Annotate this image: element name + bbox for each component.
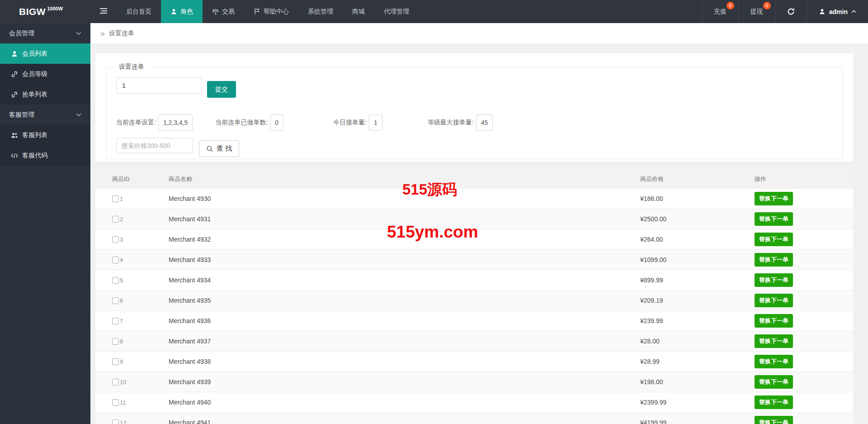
replace-next-order-button[interactable]: 替换下一单	[755, 294, 793, 307]
replace-next-order-button[interactable]: 替换下一单	[755, 212, 793, 226]
row-checkbox[interactable]	[112, 318, 119, 324]
goods-table-panel: 商品ID商品名称商品价格操作 1Merchant 4930¥188.00替换下一…	[95, 170, 853, 424]
row-checkbox[interactable]	[112, 419, 119, 424]
logo: BIGW 1000W	[0, 0, 90, 23]
users-icon	[11, 132, 18, 139]
navbar-right: 充值 0 提现 0 admin	[702, 0, 868, 23]
nav-item-role[interactable]: 角色	[161, 0, 203, 23]
sidebar-group-member-manage[interactable]: 会员管理	[0, 23, 90, 43]
recharge-button[interactable]: 充值 0	[702, 0, 738, 23]
nav-item-mall[interactable]: 商城	[343, 0, 374, 23]
nav-item-label: 系统管理	[308, 8, 333, 16]
replace-next-order-button[interactable]: 替换下一单	[755, 355, 793, 368]
action-cell: 替换下一单	[755, 413, 853, 424]
nav-menu: 后台首页角色交易帮助中心系统管理商城代理管理	[117, 0, 419, 23]
price-search-input[interactable]	[116, 138, 193, 153]
goods-price: ¥188.00	[640, 189, 755, 209]
row-checkbox[interactable]	[112, 338, 119, 345]
chain-input-row: 提交	[116, 77, 842, 98]
nav-item-label: 角色	[180, 8, 193, 16]
goods-id-cell: 2	[95, 209, 169, 229]
nav-item-label: 交易	[222, 8, 235, 16]
row-checkbox[interactable]	[112, 277, 119, 284]
nav-item-agent-manage[interactable]: 代理管理	[374, 0, 419, 23]
replace-next-order-button[interactable]: 替换下一单	[755, 416, 793, 424]
goods-id-cell: 8	[95, 331, 169, 352]
nav-item-label: 代理管理	[384, 8, 409, 16]
action-cell: 替换下一单	[755, 331, 853, 352]
chain-order-input[interactable]	[116, 77, 202, 94]
goods-price: ¥264.00	[640, 229, 755, 250]
table-row: 6Merchant 4935¥209.19替换下一单	[95, 291, 853, 311]
goods-id-cell: 6	[95, 291, 169, 311]
chevron-down-icon	[76, 113, 81, 116]
row-checkbox[interactable]	[112, 379, 119, 386]
goods-name: Merchant 4933	[169, 250, 640, 270]
replace-next-order-button[interactable]: 替换下一单	[755, 314, 793, 328]
sidebar-group-service-manage[interactable]: 客服管理	[0, 105, 90, 125]
row-checkbox[interactable]	[112, 297, 119, 304]
sidebar-item-member-level[interactable]: 会员等级	[0, 64, 90, 84]
sidebar-item-label: 抢单列表	[22, 91, 47, 99]
goods-price: ¥198.00	[640, 372, 755, 392]
goods-price: ¥28.99	[640, 352, 755, 372]
stat-label: 今日接单量:	[333, 119, 367, 127]
goods-id-cell: 10	[95, 372, 169, 392]
sidebar-item-label: 客服代码	[22, 152, 47, 160]
goods-id-cell: 4	[95, 250, 169, 270]
sidebar-toggle-button[interactable]	[90, 0, 117, 23]
goods-id: 3	[120, 236, 123, 243]
user-menu[interactable]: admin	[807, 0, 868, 23]
replace-next-order-button[interactable]: 替换下一单	[755, 253, 793, 267]
replace-next-order-button[interactable]: 替换下一单	[755, 192, 793, 205]
goods-name: Merchant 4941	[169, 413, 640, 424]
nav-item-system-manage[interactable]: 系统管理	[298, 0, 343, 23]
row-checkbox[interactable]	[112, 195, 119, 202]
nav-item-help-center[interactable]: 帮助中心	[244, 0, 298, 23]
replace-next-order-button[interactable]: 替换下一单	[755, 233, 793, 246]
search-button[interactable]: 查 找	[199, 140, 239, 157]
withdraw-label: 提现	[750, 8, 763, 16]
table-row: 9Merchant 4938¥28.99替换下一单	[95, 352, 853, 372]
withdraw-button[interactable]: 提现 0	[738, 0, 775, 23]
goods-name: Merchant 4935	[169, 291, 640, 311]
chain-stats-row: 当前连单设置:1,2,3,4,5当前连单已做单数:0今日接单量:1等级最大接单量…	[116, 114, 842, 131]
hamburger-icon	[99, 8, 108, 16]
action-cell: 替换下一单	[755, 189, 853, 209]
row-checkbox[interactable]	[112, 399, 119, 406]
goods-price: ¥2500.00	[640, 209, 755, 229]
replace-next-order-button[interactable]: 替换下一单	[755, 334, 793, 348]
admin-app: BIGW 1000W 后台首页角色交易帮助中心系统管理商城代理管理 充值 0 提…	[0, 0, 868, 424]
goods-id-cell: 12	[95, 413, 169, 424]
sidebar-item-service-code[interactable]: 客服代码	[0, 145, 90, 166]
goods-id: 12	[120, 419, 126, 424]
chain-order-fieldset: 设置连单 提交 当前连单设置:1,2,3,4,5当前连单已做单数:0今日接单量:…	[106, 67, 843, 159]
table-row: 3Merchant 4932¥264.00替换下一单	[95, 229, 853, 250]
row-checkbox[interactable]	[112, 236, 119, 243]
goods-id-cell: 1	[95, 189, 169, 209]
username: admin	[829, 8, 848, 15]
sidebar-group-label: 会员管理	[9, 29, 34, 38]
sidebar-item-service-list[interactable]: 客服列表	[0, 125, 90, 145]
table-row: 12Merchant 4941¥4199.99替换下一单	[95, 413, 853, 424]
submit-button[interactable]: 提交	[207, 81, 236, 98]
row-checkbox[interactable]	[112, 257, 119, 263]
code-icon	[11, 152, 18, 159]
sidebar-item-grab-order-list[interactable]: 抢单列表	[0, 84, 90, 105]
nav-item-dashboard[interactable]: 后台首页	[117, 0, 161, 23]
user-icon	[819, 8, 826, 15]
refresh-button[interactable]	[775, 0, 807, 23]
goods-name: Merchant 4937	[169, 331, 640, 352]
replace-next-order-button[interactable]: 替换下一单	[755, 375, 793, 389]
table-row: 1Merchant 4930¥188.00替换下一单	[95, 189, 853, 209]
row-checkbox[interactable]	[112, 358, 119, 365]
nav-item-label: 后台首页	[126, 8, 151, 16]
goods-id: 2	[120, 216, 123, 223]
chevron-down-icon	[76, 32, 81, 35]
sidebar-item-member-list[interactable]: 会员列表	[0, 43, 90, 64]
nav-item-trade[interactable]: 交易	[203, 0, 244, 23]
table-row: 5Merchant 4934¥899.99替换下一单	[95, 270, 853, 291]
replace-next-order-button[interactable]: 替换下一单	[755, 395, 793, 409]
row-checkbox[interactable]	[112, 216, 119, 223]
replace-next-order-button[interactable]: 替换下一单	[755, 273, 793, 287]
